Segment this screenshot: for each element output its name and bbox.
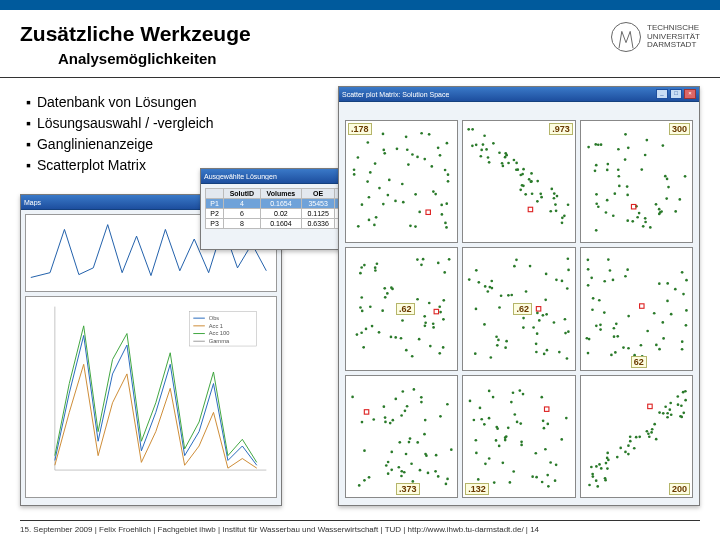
svg-point-284 [586,352,589,355]
svg-point-135 [606,169,609,172]
svg-point-12 [444,169,447,172]
svg-point-54 [402,201,405,204]
svg-point-398 [547,485,550,488]
svg-point-187 [442,318,445,321]
table-cell[interactable]: P2 [206,209,224,219]
svg-text:Acc 100: Acc 100 [209,330,230,336]
svg-point-114 [637,212,640,215]
svg-point-29 [382,133,385,136]
table-cell[interactable]: 0.02 [260,209,301,219]
svg-point-138 [612,214,615,217]
svg-point-213 [360,297,363,300]
minimize-icon[interactable]: _ [656,89,668,99]
maximize-icon[interactable]: □ [670,89,682,99]
svg-point-407 [488,416,491,419]
svg-point-215 [545,299,548,302]
svg-point-237 [553,321,556,324]
svg-point-408 [513,470,516,473]
svg-point-149 [597,143,600,146]
svg-point-26 [401,183,404,186]
cell-value-label: .132 [465,483,489,495]
scatter-cell[interactable]: QSumme300 [580,120,693,243]
svg-point-344 [404,409,407,412]
svg-point-49 [439,154,442,157]
svg-point-391 [541,480,544,483]
table-cell[interactable]: 8 [224,219,261,229]
svg-point-176 [360,267,363,270]
svg-point-329 [390,468,393,471]
svg-point-184 [448,258,451,261]
svg-point-23 [430,165,433,168]
table-cell[interactable]: 4 [224,199,261,209]
svg-point-120 [595,193,598,196]
svg-point-279 [608,269,611,272]
table-cell[interactable]: P3 [206,219,224,229]
svg-point-105 [498,151,501,154]
scatter-cell[interactable]: 62 [580,247,693,370]
svg-point-444 [604,478,607,481]
svg-point-366 [446,477,449,480]
scatter-cell[interactable]: 200 [580,375,693,498]
svg-point-180 [401,320,404,323]
svg-point-142 [617,168,620,171]
svg-point-119 [636,216,639,219]
scatter-cell[interactable]: .132 [462,375,575,498]
svg-point-466 [605,456,608,459]
close-icon[interactable]: × [684,89,696,99]
svg-point-456 [670,413,673,416]
table-cell[interactable]: P1 [206,199,224,209]
scatter-cell[interactable]: .62 [345,247,458,370]
svg-point-379 [554,479,557,482]
table-header: Volumes [260,189,301,199]
svg-point-14 [447,173,450,176]
scatter-cell[interactable]: VolFillS.973 [462,120,575,243]
university-logo: TECHNISCHE UNIVERSITÄT DARMSTADT [611,22,700,52]
table-cell[interactable]: 0.1125 [302,209,335,219]
table-cell[interactable]: 0.1654 [260,199,301,209]
titlebar[interactable]: Scatter plot Matrix: Solution Space _ □ … [339,87,699,102]
svg-point-224 [546,313,549,316]
svg-point-33 [368,219,371,222]
table-cell[interactable]: 0.6336 [302,219,335,229]
svg-point-144 [654,203,657,206]
svg-point-411 [483,423,486,426]
svg-point-273 [595,325,598,328]
svg-point-371 [475,439,478,442]
svg-point-419 [606,467,609,470]
scatter-cell[interactable]: .62 [462,247,575,370]
svg-point-312 [639,344,642,347]
svg-point-238 [567,258,570,261]
svg-point-151 [625,185,628,188]
svg-point-132 [665,178,668,181]
svg-point-200 [424,325,427,328]
table-cell[interactable]: 0.1604 [260,219,301,229]
svg-point-162 [627,147,630,150]
svg-point-350 [358,484,361,487]
svg-point-137 [644,217,647,220]
svg-point-415 [504,438,507,441]
scatter-cell[interactable]: Netzfüll Pe.178 [345,120,458,243]
svg-point-269 [616,335,619,338]
svg-point-155 [618,185,621,188]
svg-point-390 [469,399,472,402]
svg-point-160 [626,194,629,197]
svg-point-259 [558,351,561,354]
svg-point-304 [586,268,589,271]
svg-point-414 [542,419,545,422]
svg-point-229 [490,356,493,359]
svg-point-351 [408,440,411,443]
svg-point-252 [542,314,545,317]
svg-point-45 [369,171,372,174]
svg-point-103 [531,172,534,175]
svg-point-385 [516,420,519,423]
table-cell[interactable]: 6 [224,209,261,219]
svg-point-128 [644,221,647,224]
svg-point-274 [607,259,610,262]
svg-point-139 [645,139,648,142]
scatter-cell[interactable]: .373 [345,375,458,498]
svg-point-454 [682,411,685,414]
table-cell[interactable]: 35453 [302,199,335,209]
svg-point-462 [680,415,683,418]
svg-point-300 [627,347,630,350]
svg-point-409 [561,438,564,441]
